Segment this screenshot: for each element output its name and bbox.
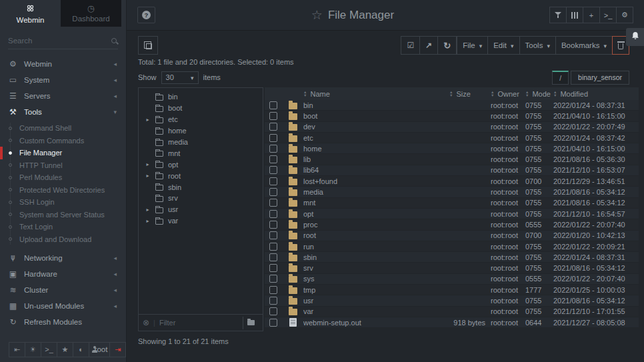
sidebar-item-ssh-login[interactable]: SSH Login	[0, 196, 126, 209]
refresh-button[interactable]	[437, 36, 457, 55]
shell-button[interactable]: >_	[41, 342, 57, 357]
file-row-lib[interactable]: lib root:root 0755 2021/08/16 - 05:36:30	[265, 154, 639, 165]
logout-button[interactable]: ⇥	[109, 342, 126, 357]
sidebar-item-cluster[interactable]: Cluster ◂	[0, 282, 126, 298]
tree-expander-icon[interactable]: ▸	[145, 207, 151, 213]
header-filter-button[interactable]	[549, 7, 567, 23]
tree-item-etc[interactable]: ▸ etc	[139, 114, 263, 125]
favorites-button[interactable]: ★	[57, 342, 73, 357]
file-row-lib64[interactable]: lib64 root:root 0755 2021/12/10 - 16:53:…	[265, 165, 639, 176]
row-checkbox[interactable]	[269, 123, 277, 131]
tab-webmin[interactable]: Webmin	[0, 0, 61, 27]
sidebar-item-system[interactable]: System ◂	[0, 72, 126, 88]
header-settings-button[interactable]: ⚙	[616, 7, 633, 23]
tree-item-home[interactable]: home	[139, 125, 263, 137]
tree-item-media[interactable]: media	[139, 137, 263, 148]
page-size-select[interactable]: 30	[161, 71, 199, 84]
tree-item-bin[interactable]: bin	[139, 91, 263, 103]
row-checkbox[interactable]	[269, 166, 277, 174]
sidebar-item-file-manager[interactable]: File Manager	[0, 147, 126, 159]
column-header-size[interactable]: Size	[449, 90, 491, 98]
theme-toggle-button[interactable]: ☀	[25, 342, 41, 357]
row-checkbox[interactable]	[269, 112, 277, 120]
tree-expander-icon[interactable]: ▸	[145, 161, 151, 167]
tree-filter-input[interactable]	[159, 319, 239, 327]
row-checkbox[interactable]	[269, 231, 277, 239]
row-checkbox[interactable]	[269, 177, 277, 185]
collapse-sidebar-button[interactable]: ⇤	[9, 342, 25, 357]
sidebar-item-hardware[interactable]: Hardware ◂	[0, 266, 126, 282]
file-row-opt[interactable]: opt root:root 0755 2021/12/10 - 16:54:57	[265, 209, 639, 219]
header-add-button[interactable]: +	[583, 7, 600, 23]
copy-path-button[interactable]	[138, 36, 158, 55]
file-row-webmin-setup-out[interactable]: webmin-setup.out 918 bytes root:root 064…	[265, 317, 639, 328]
row-checkbox[interactable]	[269, 210, 277, 218]
sidebar-item-system-and-server-status[interactable]: System and Server Status	[0, 209, 126, 221]
row-checkbox[interactable]	[269, 188, 277, 196]
file-row-proc[interactable]: proc root:root 0555 2022/01/22 - 20:07:4…	[265, 219, 639, 230]
file-row-run[interactable]: run root:root 0755 2022/01/22 - 20:09:21	[265, 241, 639, 252]
row-checkbox[interactable]	[269, 319, 277, 327]
sidebar-item-servers[interactable]: Servers ◂	[0, 88, 126, 104]
tab-dashboard[interactable]: ◷ Dashboard	[61, 0, 121, 27]
clear-filter-icon[interactable]	[143, 318, 149, 327]
language-button[interactable]: ◐	[73, 342, 89, 357]
file-row-tmp[interactable]: tmp root:root 1777 2022/01/25 - 10:00:03	[265, 285, 639, 295]
column-header-mode[interactable]: Mode	[525, 90, 553, 98]
file-row-etc[interactable]: etc root:root 0755 2022/01/24 - 08:37:42	[265, 133, 639, 143]
sidebar-item-upload-and-download[interactable]: Upload and Download	[0, 233, 126, 246]
file-row-sbin[interactable]: sbin root:root 0755 2022/01/24 - 08:37:3…	[265, 252, 639, 263]
sidebar-item-networking[interactable]: Networking ◂	[0, 250, 126, 266]
select-all-button[interactable]	[401, 36, 420, 55]
tools-menu-button[interactable]: Tools	[519, 36, 556, 55]
favorite-star-icon[interactable]: ☆	[311, 9, 323, 21]
tree-expander-icon[interactable]: ▸	[145, 173, 151, 179]
row-checkbox[interactable]	[269, 253, 277, 261]
tree-item-boot[interactable]: boot	[139, 103, 263, 114]
tree-item-mnt[interactable]: mnt	[139, 147, 263, 159]
header-terminal-button[interactable]: >_	[599, 7, 617, 23]
tree-folder-button[interactable]	[243, 317, 259, 329]
file-row-dev[interactable]: dev root:root 0755 2022/01/22 - 20:07:49	[265, 122, 639, 133]
sidebar-item-command-shell[interactable]: Command Shell	[0, 122, 126, 135]
file-row-boot[interactable]: boot root:root 0755 2021/04/10 - 16:15:0…	[265, 111, 639, 121]
tree-item-opt[interactable]: ▸ opt	[139, 159, 263, 170]
sidebar-item-custom-commands[interactable]: Custom Commands	[0, 135, 126, 147]
column-header-modified[interactable]: Modified	[553, 90, 639, 98]
file-row-sys[interactable]: sys root:root 0555 2022/01/22 - 20:07:40	[265, 274, 639, 285]
row-checkbox[interactable]	[269, 243, 277, 251]
help-button[interactable]: ?	[137, 7, 155, 23]
row-checkbox[interactable]	[269, 199, 277, 207]
path-segment-root[interactable]: /	[552, 71, 569, 85]
sidebar-item-protected-web-directories[interactable]: Protected Web Directories	[0, 184, 126, 197]
file-row-media[interactable]: media root:root 0755 2021/08/16 - 05:34:…	[265, 187, 639, 197]
tree-item-srv[interactable]: srv	[139, 193, 263, 204]
row-checkbox[interactable]	[269, 264, 277, 272]
bookmarks-menu-button[interactable]: Bookmarks	[555, 36, 613, 55]
tree-item-var[interactable]: ▸ var	[139, 215, 263, 227]
file-menu-button[interactable]: File	[457, 36, 488, 55]
sidebar-item-tools[interactable]: Tools ▾	[0, 104, 126, 120]
sidebar-item-text-login[interactable]: Text Login	[0, 221, 126, 233]
row-checkbox[interactable]	[269, 221, 277, 229]
row-checkbox[interactable]	[269, 101, 277, 109]
share-button[interactable]	[419, 36, 438, 55]
tree-item-root[interactable]: ▸ root	[139, 170, 263, 181]
header-columns-button[interactable]	[566, 7, 583, 23]
column-header-owner[interactable]: Owner	[491, 90, 525, 98]
row-checkbox[interactable]	[269, 307, 277, 315]
row-checkbox[interactable]	[269, 275, 277, 283]
file-row-var[interactable]: var root:root 0755 2021/12/10 - 17:01:55	[265, 307, 639, 317]
column-header-name[interactable]: Name	[303, 90, 449, 98]
sidebar-item-http-tunnel[interactable]: HTTP Tunnel	[0, 159, 126, 172]
path-segment-binary-sensor[interactable]: binary_sensor	[571, 71, 629, 85]
file-row-srv[interactable]: srv root:root 0755 2021/08/16 - 05:34:12	[265, 263, 639, 273]
file-row-bin[interactable]: bin root:root 0755 2022/01/24 - 08:37:31	[265, 100, 639, 111]
sidebar-item-webmin[interactable]: Webmin ◂	[0, 56, 126, 72]
row-checkbox[interactable]	[269, 155, 277, 163]
tree-item-sbin[interactable]: sbin	[139, 181, 263, 193]
row-checkbox[interactable]	[269, 286, 277, 294]
row-checkbox[interactable]	[269, 134, 277, 142]
tree-expander-icon[interactable]: ▸	[145, 218, 151, 224]
file-row-mnt[interactable]: mnt root:root 0755 2021/08/16 - 05:34:12	[265, 198, 639, 209]
